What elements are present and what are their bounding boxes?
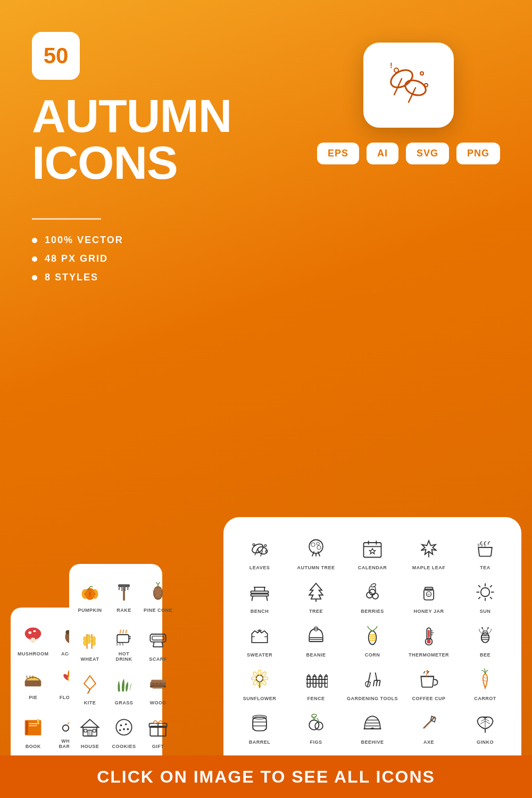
sun-icon — [471, 578, 500, 606]
svg-point-5 — [420, 72, 423, 75]
svg-point-182 — [253, 680, 258, 685]
svg-point-157 — [371, 640, 373, 642]
maple-leaf-icon — [414, 534, 443, 563]
svg-point-147 — [370, 634, 372, 636]
pumpkin-icon — [76, 577, 104, 605]
svg-point-101 — [264, 545, 267, 547]
scarf-icon — [144, 626, 172, 654]
icon-cell-pumpkin: PUMPKIN — [73, 572, 106, 615]
ginko-label: GINKO — [477, 739, 494, 745]
book-icon — [19, 713, 47, 742]
svg-point-6 — [425, 84, 428, 87]
format-png: PNG — [456, 143, 500, 164]
svg-rect-108 — [364, 543, 381, 558]
wheat-icon — [76, 626, 104, 654]
icon-cell-axe: AXE — [401, 704, 456, 747]
panel-2: PUMPKIN RAKE — [69, 564, 162, 755]
scarf-label: SCARF — [149, 656, 167, 662]
svg-point-152 — [373, 636, 376, 637]
sweater-icon — [245, 621, 274, 650]
autumn-tree-label: AUTUMN TREE — [297, 565, 335, 570]
svg-line-73 — [87, 693, 89, 694]
icon-cell-corn: CORN — [345, 617, 400, 660]
svg-rect-66 — [152, 636, 164, 640]
badge-50: 50 — [32, 32, 80, 80]
icon-cell-mushroom: MUSHROOM — [15, 616, 52, 659]
sunflower-icon — [245, 665, 274, 694]
feature-2: 48 PX GRID — [32, 253, 500, 264]
icon-cell-sunflower: SUNFLOWER — [232, 661, 287, 703]
svg-marker-186 — [307, 675, 311, 677]
beehive-label: BEEHIVE — [361, 739, 384, 745]
svg-rect-65 — [150, 634, 165, 642]
svg-line-139 — [490, 585, 492, 587]
svg-line-118 — [267, 596, 268, 601]
svg-point-29 — [62, 725, 69, 732]
figs-label: FIGS — [310, 739, 322, 745]
icon-cell-wood: WOOD — [142, 665, 174, 708]
svg-point-212 — [309, 720, 319, 730]
grass-label: GRASS — [115, 700, 134, 705]
icon-cell-rake: RAKE — [107, 572, 140, 615]
svg-point-162 — [427, 639, 430, 643]
honey-jar-icon: ∞ — [414, 578, 443, 606]
icon-cell-berries: BERRIES — [345, 573, 400, 616]
svg-point-105 — [311, 543, 315, 546]
svg-rect-27 — [29, 725, 37, 726]
svg-rect-189 — [319, 677, 322, 687]
svg-line-137 — [478, 585, 480, 587]
pie-label: PIE — [29, 695, 37, 700]
maple-leaf-label: MAPLE LEAF — [412, 565, 446, 570]
icon-cell-tea: $ $ $ TEA — [458, 530, 513, 572]
svg-line-198 — [373, 680, 375, 686]
icon-cell-sun: SUN — [458, 573, 513, 616]
format-ai: AI — [367, 143, 398, 164]
title: AUTUMN ICONS — [32, 93, 231, 186]
svg-text:$ $ $: $ $ $ — [477, 543, 486, 547]
icon-cell-house: HOUSE — [73, 709, 106, 751]
carrot-label: CARROT — [474, 696, 496, 701]
barrel-icon — [245, 709, 274, 737]
cta-text: CLICK ON IMAGE TO SEE ALL ICONS — [97, 767, 435, 787]
icon-cell-tree: TREE — [288, 573, 344, 616]
tea-label: TEA — [480, 565, 491, 570]
svg-line-200 — [379, 680, 380, 686]
cta-bar[interactable]: CLICK ON IMAGE TO SEE ALL ICONS — [0, 755, 532, 798]
icon-cell-autumn-tree: AUTUMN TREE — [288, 530, 344, 572]
bench-icon — [245, 578, 274, 606]
tea-icon: $ $ $ — [471, 534, 500, 563]
rake-label: RAKE — [117, 608, 131, 613]
svg-text:!: ! — [390, 61, 393, 70]
corn-label: CORN — [365, 652, 380, 658]
svg-line-68 — [162, 642, 163, 647]
pinecone-icon — [144, 577, 172, 605]
svg-rect-76 — [151, 680, 165, 683]
icon-cell-bench: BENCH — [232, 573, 287, 616]
leaves-label: LEAVES — [250, 565, 270, 570]
svg-rect-17 — [25, 680, 41, 687]
mushroom-label: MUSHROOM — [18, 651, 49, 656]
icon-cell-fence: FENCE — [288, 661, 344, 703]
svg-marker-192 — [325, 675, 328, 677]
icon-cell-scarf: SCARF — [142, 616, 174, 664]
svg-point-158 — [373, 640, 376, 642]
icon-cell-beehive: BEEHIVE — [345, 704, 400, 747]
svg-rect-187 — [313, 677, 317, 687]
icon-cell-carrot: CARROT — [458, 661, 513, 703]
header: 50 AUTUMN ICONS ! EPS AI SVG PNG — [0, 0, 532, 186]
svg-rect-26 — [29, 723, 39, 724]
gardening-label: GARDENING TOOLS — [347, 696, 398, 701]
ginko-icon — [471, 709, 500, 737]
svg-line-51 — [156, 583, 158, 585]
svg-rect-41 — [118, 584, 130, 587]
svg-point-89 — [125, 724, 127, 726]
kite-icon — [76, 669, 104, 698]
svg-point-214 — [311, 714, 317, 718]
svg-point-174 — [487, 627, 489, 629]
svg-point-149 — [373, 634, 376, 636]
svg-rect-25 — [26, 721, 28, 735]
svg-point-181 — [261, 671, 267, 677]
panel2-grid: PUMPKIN RAKE — [73, 572, 158, 751]
svg-point-58 — [87, 638, 91, 644]
svg-point-153 — [370, 638, 372, 639]
